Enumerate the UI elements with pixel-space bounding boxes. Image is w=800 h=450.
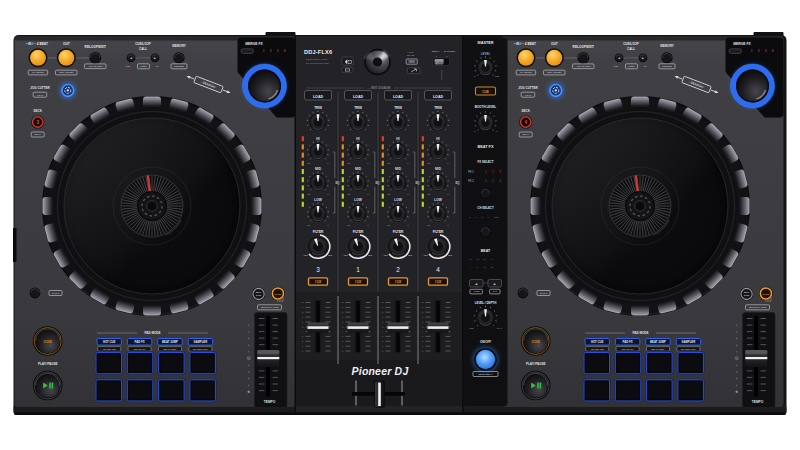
svg-text:MIN: MIN bbox=[469, 327, 474, 329]
svg-text:IN ADJUST: IN ADJUST bbox=[520, 71, 532, 73]
svg-text:DELETE: DELETE bbox=[662, 65, 672, 68]
svg-text:SYNC: SYNC bbox=[256, 294, 262, 296]
svg-text:KEY SHIFT: KEY SHIFT bbox=[134, 348, 146, 350]
svg-text:• IN / − 4 BEAT: • IN / − 4 BEAT bbox=[514, 42, 536, 46]
svg-text:BEAT JUMP: BEAT JUMP bbox=[650, 340, 666, 344]
svg-text:CUE: CUE bbox=[482, 90, 489, 94]
svg-text:-26: -26 bbox=[387, 224, 390, 226]
svg-text:4: 4 bbox=[436, 266, 440, 273]
svg-text:HI: HI bbox=[356, 137, 359, 141]
svg-text:+9dB: +9dB bbox=[494, 75, 499, 77]
svg-text:FX 1: FX 1 bbox=[468, 170, 474, 174]
svg-text:• IN / − 4 BEAT: • IN / − 4 BEAT bbox=[26, 42, 48, 46]
svg-text:PAD FX: PAD FX bbox=[135, 340, 145, 344]
svg-text:CUE: CUE bbox=[355, 280, 361, 284]
svg-text:CUE/LOOP: CUE/LOOP bbox=[135, 42, 151, 46]
svg-text:BEAT JUMP: BEAT JUMP bbox=[162, 340, 178, 344]
svg-text:+6: +6 bbox=[366, 162, 368, 164]
svg-text:BEAT: BEAT bbox=[481, 249, 491, 253]
svg-text:MERGE FX: MERGE FX bbox=[733, 42, 751, 46]
svg-text:SHIFT: SHIFT bbox=[540, 292, 547, 295]
svg-text:MEMORY: MEMORY bbox=[660, 44, 673, 48]
svg-text:DUAL: DUAL bbox=[523, 133, 530, 136]
svg-text:-26: -26 bbox=[387, 193, 390, 195]
svg-text:MST: MST bbox=[493, 216, 499, 219]
svg-text:ACTIVE LOOP: ACTIVE LOOP bbox=[88, 65, 104, 67]
svg-text:TAP: TAP bbox=[493, 290, 498, 292]
svg-text:CUE: CUE bbox=[435, 280, 441, 284]
svg-text:PLAY/ PAUSE: PLAY/ PAUSE bbox=[526, 362, 546, 366]
svg-text:CUE/LOOP: CUE/LOOP bbox=[623, 42, 639, 46]
svg-text:▶: ▶ bbox=[642, 57, 644, 60]
svg-text:PAD MODE: PAD MODE bbox=[633, 331, 649, 335]
svg-text:SP. SCRATCH: SP. SCRATCH bbox=[681, 348, 696, 350]
svg-text:OUT: OUT bbox=[63, 42, 70, 46]
svg-text:HPF: HPF bbox=[408, 254, 413, 256]
svg-text:3: 3 bbox=[36, 120, 39, 125]
svg-text:MASTER: MASTER bbox=[477, 41, 493, 45]
svg-text:HPF: HPF bbox=[368, 254, 373, 256]
svg-text:2X: 2X bbox=[644, 65, 647, 68]
svg-text:FILTER: FILTER bbox=[393, 230, 404, 234]
svg-text:-26: -26 bbox=[307, 193, 310, 195]
svg-text:RELEASE FX: RELEASE FX bbox=[478, 373, 493, 376]
svg-text:-26: -26 bbox=[347, 193, 350, 195]
svg-text:SAMPLER: SAMPLER bbox=[194, 340, 208, 344]
svg-text:CALL: CALL bbox=[627, 47, 635, 51]
svg-text:OUT: OUT bbox=[551, 42, 558, 46]
svg-text:HI: HI bbox=[316, 137, 319, 141]
svg-text:LOW: LOW bbox=[354, 198, 363, 202]
svg-text:+6: +6 bbox=[326, 224, 328, 226]
svg-text:HPF: HPF bbox=[328, 254, 333, 256]
svg-text:AUTO: AUTO bbox=[473, 290, 480, 292]
svg-text:SP. SCRATCH: SP. SCRATCH bbox=[193, 348, 208, 350]
svg-text:HI: HI bbox=[436, 137, 439, 141]
svg-text:DELETE: DELETE bbox=[174, 65, 184, 68]
svg-text:MID: MID bbox=[355, 167, 362, 171]
svg-text:RELOOP/EXIT: RELOOP/EXIT bbox=[85, 45, 106, 49]
svg-text:DECK: DECK bbox=[33, 109, 42, 113]
svg-text:HOT CUE: HOT CUE bbox=[103, 340, 116, 344]
svg-text:CUE: CUE bbox=[315, 280, 321, 284]
svg-text:2X: 2X bbox=[156, 65, 159, 68]
svg-text:FX SELECT: FX SELECT bbox=[478, 160, 494, 164]
svg-text:JOG CUTTER: JOG CUTTER bbox=[30, 86, 50, 90]
svg-text:MASTER: MASTER bbox=[763, 293, 771, 295]
svg-text:MID: MID bbox=[435, 167, 442, 171]
svg-text:PAD FX: PAD FX bbox=[623, 340, 633, 344]
svg-text:TRIM: TRIM bbox=[394, 106, 402, 110]
svg-text:2: 2 bbox=[396, 266, 400, 273]
svg-text:3: 3 bbox=[316, 266, 320, 273]
svg-text:PAD MODE: PAD MODE bbox=[145, 331, 161, 335]
svg-text:−− INST. DOUBLES: −− INST. DOUBLES bbox=[367, 86, 390, 90]
svg-text:TRIM: TRIM bbox=[354, 106, 362, 110]
svg-text:FILTER: FILTER bbox=[353, 230, 364, 234]
svg-text:BEAT FX: BEAT FX bbox=[478, 145, 494, 149]
svg-text:VINYL: VINYL bbox=[525, 94, 533, 97]
svg-text:+6: +6 bbox=[406, 162, 408, 164]
svg-text:PLAY/ PAUSE: PLAY/ PAUSE bbox=[38, 362, 58, 366]
svg-text:DUAL: DUAL bbox=[35, 133, 42, 136]
svg-text:MAX: MAX bbox=[497, 327, 502, 329]
svg-text:RELOOP/EXIT: RELOOP/EXIT bbox=[573, 45, 594, 49]
svg-text:TEMPO RANGE: TEMPO RANGE bbox=[261, 306, 279, 309]
svg-text:-26: -26 bbox=[307, 162, 310, 164]
svg-text:IN ADJUST: IN ADJUST bbox=[32, 71, 44, 73]
svg-text:SYNC: SYNC bbox=[744, 294, 750, 296]
svg-text:+6: +6 bbox=[366, 224, 368, 226]
svg-text:-26: -26 bbox=[387, 162, 390, 164]
svg-text:BEAT: BEAT bbox=[256, 291, 262, 293]
svg-text:MEMORY: MEMORY bbox=[172, 44, 185, 48]
svg-text:+6: +6 bbox=[446, 224, 448, 226]
svg-text:-26: -26 bbox=[427, 193, 430, 195]
svg-text:TRACK: TRACK bbox=[407, 54, 415, 56]
svg-text:CH SELECT: CH SELECT bbox=[477, 206, 494, 210]
svg-text:1/2X: 1/2X bbox=[614, 65, 619, 68]
svg-text:CALL: CALL bbox=[139, 47, 147, 51]
svg-text:LOW: LOW bbox=[394, 198, 403, 202]
svg-text:LEVEL / DEPTH: LEVEL / DEPTH bbox=[475, 301, 496, 305]
svg-text:LOOP: LOOP bbox=[628, 65, 635, 68]
svg-text:BOOTH LEVEL: BOOTH LEVEL bbox=[475, 105, 497, 109]
svg-text:+ TAG: + TAG bbox=[407, 51, 413, 53]
svg-text:TRIM: TRIM bbox=[314, 106, 322, 110]
